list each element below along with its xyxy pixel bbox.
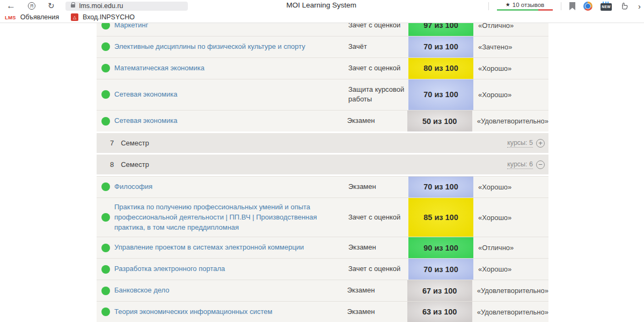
review-rating-bar	[497, 9, 553, 11]
negative-reviews-segment	[538, 9, 553, 11]
semester-row-right: курсы: 6 −	[507, 160, 545, 169]
course-row: Разработка электронного портала Зачет с …	[97, 258, 548, 280]
green-status-dot-icon	[101, 308, 110, 316]
reviews-count-label: 10 отзывов	[513, 2, 544, 8]
bookmark-item-inpsycho-login[interactable]: △ Вход.INPSYCHO	[71, 13, 135, 21]
bookmark-flag-icon[interactable]	[569, 2, 575, 10]
bookmark-label: Вход.INPSYCHO	[83, 13, 135, 21]
course-name-link[interactable]: Сетевая экономика	[114, 112, 347, 130]
score-cell: 50 из 100	[407, 111, 472, 131]
semester-row[interactable]: 7 Семестр курсы: 5 +	[97, 133, 548, 153]
inpsycho-favicon: △	[71, 13, 78, 21]
grade-label: «Хорошо»	[473, 91, 548, 99]
course-name-link[interactable]: Банковское дело	[114, 281, 347, 300]
grade-label: «Хорошо»	[473, 265, 548, 273]
semester-row-right: курсы: 5 +	[507, 139, 545, 148]
course-row: Маркетинг Зачет с оценкой 97 из 100 «Отл…	[97, 23, 548, 36]
score-cell: 63 из 100	[407, 302, 472, 322]
browser-toolbar: ← Я ↻ lms.moi.edu.ru MOI Learning System…	[0, 0, 644, 12]
course-name-link[interactable]: Философия	[114, 178, 348, 196]
semester-courses-link[interactable]: курсы: 5	[507, 139, 533, 148]
course-row: Теория экономических информационных сист…	[97, 301, 548, 322]
bookmark-label: Объявления	[20, 13, 59, 21]
score-cell: 80 из 100	[408, 58, 473, 79]
positive-reviews-segment	[497, 9, 538, 11]
green-status-dot-icon	[101, 117, 110, 126]
green-status-dot-icon	[101, 182, 110, 191]
course-name-link[interactable]: Разработка электронного портала	[114, 260, 348, 279]
grade-label: «Зачтено»	[473, 43, 548, 51]
course-name-link[interactable]: Математическая экономика	[114, 59, 348, 78]
semester-label: Семестр	[121, 160, 149, 169]
exam-type: Зачет с оценкой	[348, 23, 408, 36]
score-cell: 97 из 100	[408, 23, 473, 36]
lms-favicon: LMS	[5, 14, 16, 20]
toolbar-divider	[561, 2, 561, 10]
hand-pointer-icon[interactable]	[620, 2, 629, 11]
course-row: Математическая экономика Зачет с оценкой…	[97, 57, 548, 79]
lock-icon	[71, 4, 75, 8]
grade-label: «Хорошо»	[473, 183, 548, 191]
site-reviews-widget[interactable]: ★ 10 отзывов	[497, 2, 553, 11]
exam-type: Зачёт	[348, 36, 408, 57]
score-cell: 70 из 100	[408, 79, 473, 111]
panel-chevron-icon[interactable]: ›	[638, 2, 641, 11]
grade-label: «Отлично»	[473, 244, 548, 252]
score-cell: 85 из 100	[408, 198, 473, 237]
green-status-dot-icon	[101, 213, 110, 222]
bookmark-item-announcements[interactable]: LMS Объявления	[5, 13, 59, 21]
course-name-link[interactable]: Маркетинг	[114, 23, 348, 35]
exam-type: Экзамен	[347, 280, 407, 301]
course-status-cell	[97, 64, 114, 72]
lms-page-content: Маркетинг Зачет с оценкой 97 из 100 «Отл…	[0, 23, 644, 322]
grade-label: «Удовлетворительно»	[472, 287, 548, 295]
course-status-cell	[97, 265, 114, 274]
grade-label: «Удовлетворительно»	[472, 117, 548, 125]
yandex-browser-icon[interactable]: Я	[28, 2, 35, 10]
refresh-icon[interactable]: ↻	[48, 1, 55, 11]
semester-number: 7	[110, 139, 114, 147]
grade-label: «Хорошо»	[473, 214, 548, 222]
course-status-cell	[97, 23, 114, 30]
score-cell: 70 из 100	[408, 259, 473, 280]
semester-toggle-icon[interactable]: −	[536, 160, 545, 169]
course-row: Элективные дисциплины по физической куль…	[97, 36, 548, 57]
grade-label: «Удовлетворительно»	[472, 308, 548, 316]
green-status-dot-icon	[101, 244, 110, 252]
green-status-dot-icon	[101, 265, 110, 274]
score-cell: 70 из 100	[408, 36, 473, 57]
star-icon: ★	[506, 2, 510, 8]
exam-type: Экзамен	[348, 177, 408, 197]
extension-icon[interactable]	[583, 2, 592, 11]
bookmarks-bar: LMS Объявления △ Вход.INPSYCHO	[0, 12, 644, 23]
exam-type: Зачет с оценкой	[348, 207, 408, 228]
course-status-cell	[97, 117, 114, 126]
url-text: lms.moi.edu.ru	[79, 2, 123, 10]
course-name-link[interactable]: Практика по получению профессиональных у…	[114, 198, 348, 237]
score-cell: 70 из 100	[408, 177, 473, 197]
exam-type: Зачет с оценкой	[348, 259, 408, 280]
course-status-cell	[97, 90, 114, 99]
semester-row[interactable]: 8 Семестр курсы: 6 −	[97, 155, 548, 174]
semester-label: Семестр	[121, 139, 149, 147]
course-name-link[interactable]: Теория экономических информационных сист…	[114, 303, 347, 321]
course-name-link[interactable]: Сетевая экономика	[114, 85, 348, 104]
page-title: MOI Learning System	[286, 1, 356, 9]
browser-window: ← Я ↻ lms.moi.edu.ru MOI Learning System…	[0, 0, 644, 322]
score-cell: 67 из 100	[407, 280, 472, 301]
course-status-cell	[97, 244, 114, 252]
course-name-link[interactable]: Управление проектом в системах электронн…	[114, 238, 348, 257]
green-status-dot-icon	[101, 23, 110, 30]
exam-type: Защита курсовой работы	[348, 79, 408, 111]
back-icon[interactable]: ←	[6, 1, 16, 11]
grade-label: «Отлично»	[473, 23, 548, 30]
exam-type: Зачет с оценкой	[348, 58, 408, 79]
semester-toggle-icon[interactable]: +	[536, 139, 545, 148]
course-row: Практика по получению профессиональных у…	[97, 197, 548, 237]
address-bar[interactable]: lms.moi.edu.ru	[65, 2, 188, 11]
course-name-link[interactable]: Элективные дисциплины по физической куль…	[114, 38, 348, 56]
semester-courses-link[interactable]: курсы: 6	[507, 160, 533, 169]
exam-type: Экзамен	[348, 237, 408, 258]
new-extension-icon[interactable]: NEW	[601, 3, 612, 11]
toolbar-right-group: ★ 10 отзывов NEW ›	[488, 2, 642, 11]
